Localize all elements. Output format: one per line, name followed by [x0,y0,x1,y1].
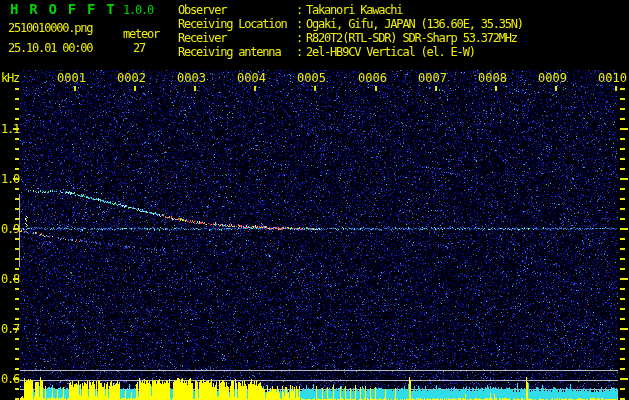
hrofft-output-image: H R O F F T 1.0.0 2510010000.png meteor … [0,0,629,400]
mode-label: meteor [123,28,159,41]
info-label: Observer [178,4,296,17]
info-value: Takanori Kawachi [306,4,402,17]
info-value: 2el-HB9CV Vertical (el. E-W) [306,46,475,59]
time-tick-label: 0002 [117,72,146,84]
freq-tick-label: 1.1 [1,123,19,135]
time-tick-label: 0010 [598,72,627,84]
time-tick-label: 0004 [237,72,266,84]
freq-tick-label: 0.9 [1,223,19,235]
info-colon: : [296,18,306,31]
info-label: Receiver [178,32,296,45]
info-label: Receiving Location [178,18,296,31]
echo-count: 27 [133,42,145,55]
info-value: R820T2(RTL-SDR) SDR-Sharp 53.372MHz [306,32,517,45]
time-tick-label: 0006 [358,72,387,84]
info-colon: : [296,4,306,17]
freq-tick-label: 0.7 [1,323,19,335]
info-row-location: Receiving Location:Ogaki, Gifu, JAPAN (1… [178,18,523,31]
info-label: Receiving antenna [178,46,296,59]
version-label: 1.0.0 [123,4,153,17]
filename-label: 2510010000.png [8,22,92,35]
time-tick-label: 0003 [177,72,206,84]
datetime-label: 25.10.01 00:00 [8,42,92,55]
time-tick-label: 0005 [297,72,326,84]
time-tick-label: 0008 [478,72,507,84]
freq-tick-label: 0.8 [1,273,19,285]
app-title: H R O F F T [10,2,116,17]
info-colon: : [296,46,306,59]
info-row-antenna: Receiving antenna:2el-HB9CV Vertical (el… [178,46,475,59]
info-colon: : [296,32,306,45]
spectrogram-canvas [0,0,629,400]
freq-tick-label: 1.0 [1,173,19,185]
freq-unit-label: kHz [1,72,19,84]
info-value: Ogaki, Gifu, JAPAN (136.60E, 35.35N) [306,18,523,31]
freq-tick-label: 0.6 [1,373,19,385]
time-tick-label: 0001 [57,72,86,84]
info-row-receiver: Receiver:R820T2(RTL-SDR) SDR-Sharp 53.37… [178,32,517,45]
time-tick-label: 0009 [538,72,567,84]
time-tick-label: 0007 [418,72,447,84]
info-row-observer: Observer:Takanori Kawachi [178,4,402,17]
